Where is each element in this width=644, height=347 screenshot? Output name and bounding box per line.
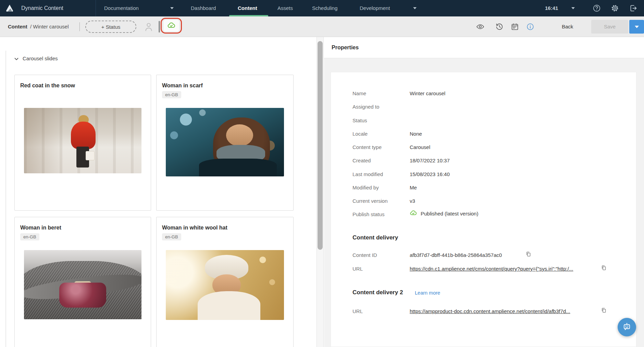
assignee-person-icon[interactable] (144, 22, 153, 32)
nav-assets[interactable]: Assets (277, 0, 293, 16)
breadcrumb-separator: / (30, 24, 32, 29)
preview-eye-icon[interactable] (476, 23, 484, 31)
slide-photo (166, 108, 284, 176)
nav-divider (96, 0, 96, 16)
toolbar-divider (79, 22, 80, 31)
amplience-logo-icon (5, 3, 14, 13)
breadcrumb: Content / Winter carousel (8, 16, 69, 37)
content-id-row: Content ID afb3f7d7-dbff-441b-b86a-25864… (331, 252, 636, 259)
nav-development[interactable]: Development (360, 0, 390, 16)
content-toolbar: Content / Winter carousel + Status (0, 16, 644, 37)
nav-dashboard[interactable]: Dashboard (191, 0, 216, 16)
delivery-url-link[interactable]: https://cdn.c1.amplience.net/cms/content… (410, 265, 598, 272)
content-id-value: afb3f7d7-dbff-441b-b86a-25864a357ac0 (410, 252, 502, 259)
properties-panel-header: Properties (324, 37, 644, 58)
add-status-button[interactable]: + Status (85, 21, 136, 33)
property-row: LocaleNone (331, 131, 636, 137)
slide-card[interactable]: Woman in scarf en-GB (156, 75, 294, 211)
slide-title: Woman in scarf (162, 83, 203, 89)
nav-scheduling[interactable]: Scheduling (312, 0, 337, 16)
copy-icon[interactable] (525, 251, 531, 257)
delivery2-url-link[interactable]: https://ampproduct-doc.cdn.content.ampli… (410, 308, 598, 315)
breadcrumb-current: Winter carousel (33, 24, 69, 29)
top-nav: Dynamic Content Documentation Dashboard … (0, 0, 644, 16)
slide-card[interactable]: Woman in white wool hat en-GB (156, 217, 294, 347)
learn-more-link[interactable]: Learn more (415, 290, 440, 296)
save-dropdown-button[interactable] (629, 20, 644, 34)
save-button[interactable]: Save (591, 20, 628, 34)
slide-title: Woman in white wool hat (162, 225, 227, 231)
slide-card[interactable]: Woman in beret en-GB (14, 217, 151, 347)
help-icon[interactable] (592, 4, 601, 13)
property-row: Last modified15/08/2023 16:40 (331, 171, 636, 178)
slide-photo (166, 250, 284, 320)
clock-time[interactable]: 16:41 (545, 0, 558, 16)
robot-icon (622, 322, 632, 332)
locale-badge: en-GB (20, 233, 39, 240)
property-row: Modified byMe (331, 184, 636, 191)
property-row: Created18/07/2022 10:37 (331, 157, 636, 164)
chat-assistant-button[interactable] (618, 318, 636, 336)
nav-content[interactable]: Content (238, 0, 257, 16)
publish-status-button[interactable] (163, 20, 179, 32)
copy-icon[interactable] (601, 265, 607, 271)
sign-out-icon[interactable] (629, 4, 638, 13)
slide-title: Woman in beret (20, 225, 61, 231)
app-title: Dynamic Content (21, 0, 63, 16)
publish-status-value: Published (latest version) (421, 211, 478, 216)
app-window: Dynamic Content Documentation Dashboard … (0, 0, 644, 347)
panel-scrollbar-thumb[interactable] (318, 41, 323, 250)
slide-photo (24, 250, 141, 319)
nav-documentation[interactable]: Documentation (104, 0, 139, 16)
history-icon[interactable] (495, 23, 504, 31)
calendar-icon[interactable] (511, 23, 519, 31)
properties-card: NameWinter carousel Assigned to Status L… (331, 72, 636, 347)
gear-icon[interactable] (610, 4, 619, 13)
publish-status-row: Publish status (331, 211, 636, 218)
chevron-down-icon[interactable] (571, 7, 575, 9)
chevron-down-icon[interactable] (170, 7, 174, 9)
content-delivery-2-heading: Content delivery 2 (352, 289, 403, 296)
locale-badge: en-GB (162, 91, 181, 98)
panel-title: Properties (332, 37, 359, 58)
info-icon[interactable] (526, 23, 534, 31)
property-row: Current versionv3 (331, 198, 636, 205)
property-row: Status (331, 117, 636, 124)
delivery2-url-row: URL https://ampproduct-doc.cdn.content.a… (331, 308, 636, 315)
toolbar-divider (159, 21, 160, 33)
back-button[interactable]: Back (562, 16, 573, 37)
chevron-down-icon (635, 26, 639, 28)
section-title: Carousel slides (23, 55, 58, 61)
property-row: NameWinter carousel (331, 90, 636, 97)
chevron-down-icon[interactable] (413, 7, 417, 9)
slide-photo (24, 108, 141, 173)
property-row: Content typeCarousel (331, 144, 636, 151)
form-accent-line (5, 51, 6, 347)
delivery-url-row: URL https://cdn.c1.amplience.net/cms/con… (331, 265, 636, 272)
slide-card[interactable]: Red coat in the snow (14, 75, 151, 211)
copy-icon[interactable] (601, 307, 607, 313)
breadcrumb-content-link[interactable]: Content (8, 24, 27, 29)
locale-badge: en-GB (162, 233, 181, 240)
property-row: Assigned to (331, 103, 636, 110)
chevron-down-icon (14, 56, 19, 62)
slide-title: Red coat in the snow (20, 83, 75, 89)
content-delivery-heading: Content delivery (352, 234, 398, 241)
published-cloud-icon (410, 210, 417, 217)
